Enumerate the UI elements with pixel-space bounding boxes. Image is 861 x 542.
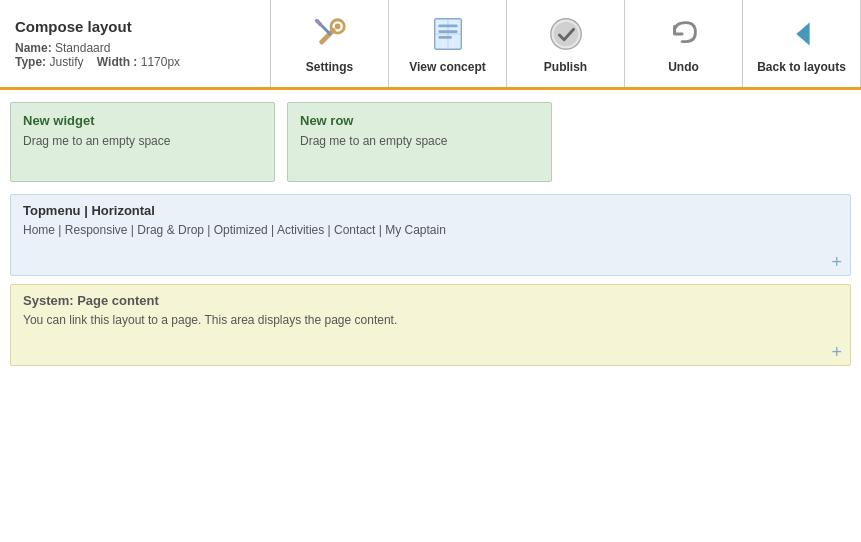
page-content-section: System: Page content You can link this l… <box>10 284 851 366</box>
name-label: Name: <box>15 41 52 55</box>
width-label: Width : <box>97 55 138 69</box>
page-content-inner: System: Page content You can link this l… <box>11 285 850 365</box>
back-icon <box>782 14 822 54</box>
page-content-plus[interactable]: + <box>831 343 842 361</box>
new-widget-subtitle: Drag me to an empty space <box>23 134 262 148</box>
undo-button[interactable]: Undo <box>625 0 743 87</box>
publish-icon <box>546 14 586 54</box>
header: Compose layout Name: Standaard Type: Jus… <box>0 0 861 90</box>
svg-point-2 <box>334 23 340 29</box>
topmenu-title: Topmenu | Horizontal <box>23 203 838 218</box>
undo-label: Undo <box>668 60 699 74</box>
svg-marker-13 <box>796 22 809 45</box>
page-title: Compose layout <box>15 18 255 35</box>
svg-rect-8 <box>438 35 451 38</box>
back-to-layouts-button[interactable]: Back to layouts <box>743 0 861 87</box>
main-content: New widget Drag me to an empty space New… <box>0 90 861 386</box>
publish-button[interactable]: Publish <box>507 0 625 87</box>
view-concept-button[interactable]: View concept <box>389 0 507 87</box>
settings-icon <box>310 14 350 54</box>
publish-label: Publish <box>544 60 587 74</box>
svg-line-4 <box>316 20 320 24</box>
view-concept-label: View concept <box>409 60 485 74</box>
meta-info: Name: Standaard Type: Justify Width : 11… <box>15 41 255 69</box>
svg-point-12 <box>553 21 578 46</box>
page-content-text: You can link this layout to a page. This… <box>23 313 838 327</box>
new-row-card[interactable]: New row Drag me to an empty space <box>287 102 552 182</box>
settings-button[interactable]: Settings <box>271 0 389 87</box>
new-widget-card[interactable]: New widget Drag me to an empty space <box>10 102 275 182</box>
undo-icon <box>664 14 704 54</box>
topmenu-inner: Topmenu | Horizontal Home | Responsive |… <box>11 195 850 275</box>
new-widget-title: New widget <box>23 113 262 128</box>
toolbar: Settings View concept <box>270 0 861 87</box>
back-to-layouts-label: Back to layouts <box>757 60 846 74</box>
view-concept-icon <box>428 14 468 54</box>
topmenu-text: Home | Responsive | Drag & Drop | Optimi… <box>23 223 838 237</box>
name-value: Standaard <box>55 41 110 55</box>
settings-label: Settings <box>306 60 353 74</box>
page-content-title: System: Page content <box>23 293 838 308</box>
width-value: 1170px <box>141 55 180 69</box>
header-left: Compose layout Name: Standaard Type: Jus… <box>0 0 270 87</box>
new-row-title: New row <box>300 113 539 128</box>
type-value: Justify <box>49 55 83 69</box>
new-row-subtitle: Drag me to an empty space <box>300 134 539 148</box>
drag-row: New widget Drag me to an empty space New… <box>10 102 851 182</box>
topmenu-section: Topmenu | Horizontal Home | Responsive |… <box>10 194 851 276</box>
topmenu-plus[interactable]: + <box>831 253 842 271</box>
type-label: Type: <box>15 55 46 69</box>
